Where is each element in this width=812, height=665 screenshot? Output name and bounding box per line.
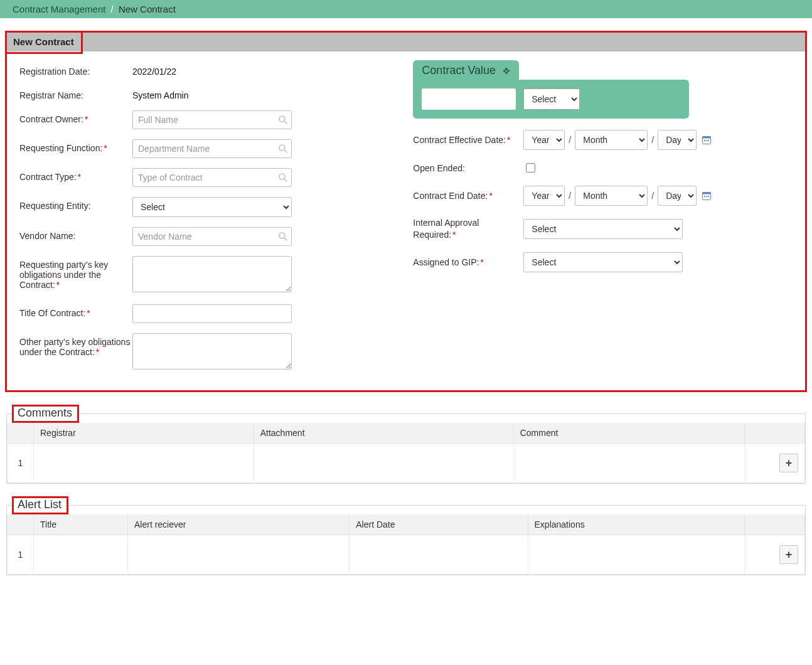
search-icon[interactable] [278,115,288,125]
alerts-col-title: Title [34,514,128,535]
alerts-col-receiver: Alert reciever [128,514,350,535]
effective-year-select[interactable]: Year [523,130,565,150]
add-comment-button[interactable]: + [779,454,798,472]
breadcrumb-bar: Contract Management / New Contract [0,0,812,18]
comments-col-registrar: Registrar [34,423,254,444]
table-row: 1 + [8,444,805,483]
requesting-entity-label: Requesting Entity: [19,197,132,211]
internal-approval-select[interactable]: Select [523,219,683,239]
row-index: 1 [8,535,34,575]
move-icon[interactable]: ✥ [503,66,510,76]
vendor-name-input[interactable] [132,227,292,246]
search-icon[interactable] [278,231,288,242]
end-month-select[interactable]: Month [575,186,648,206]
breadcrumb-root-link[interactable]: Contract Management [13,4,105,14]
alerts-col-date: Alert Date [350,514,528,535]
calendar-icon[interactable] [702,135,712,145]
registration-date-label: Registration Date: [19,63,132,77]
alert-list-section: Alert List Title Alert reciever Alert Da… [6,496,806,575]
row-index: 1 [8,444,34,483]
svg-rect-11 [706,140,707,141]
requesting-function-input[interactable] [132,139,292,158]
svg-line-5 [284,179,287,181]
svg-line-1 [284,121,287,124]
vendor-name-label: Vendor Name: [19,227,132,241]
contract-value-currency-select[interactable]: Select [523,88,580,110]
panel-title: New Contract [7,33,805,51]
table-row: 1 + [8,535,805,575]
end-year-select[interactable]: Year [523,186,565,206]
svg-rect-9 [703,137,711,139]
search-icon[interactable] [278,173,288,183]
search-icon[interactable] [278,144,288,154]
form-right-column: Contract Value ✥ Select Contract Effecti… [409,63,793,381]
title-of-contract-label: Title Of Contract:* [19,304,132,318]
svg-rect-14 [703,193,711,194]
comments-table: Registrar Attachment Comment 1 + [7,423,805,483]
registration-date-value: 2022/01/22 [132,63,390,77]
effective-month-select[interactable]: Month [575,130,648,150]
other-party-obligations-textarea[interactable] [132,333,292,370]
registrar-name-label: Registrar Name: [19,87,132,100]
req-party-obligations-label: Requesting party’s key obligations under… [19,256,132,290]
contract-type-label: Contract Type:* [19,168,132,182]
requesting-entity-select[interactable]: Select [132,197,292,217]
breadcrumb-current: New Contract [119,4,176,14]
contract-type-input[interactable] [132,168,292,187]
other-party-obligations-label: Other party’s key obligations under the … [19,333,132,357]
breadcrumb-sep: / [109,4,116,14]
alerts-col-explanations: Explanations [528,514,744,535]
contract-owner-label: Contract Owner:* [19,110,132,124]
assigned-gip-label: Assigned to GIP:* [413,257,520,267]
contract-value-input[interactable] [422,88,516,110]
title-of-contract-input[interactable] [132,304,292,323]
comments-section: Comments Registrar Attachment Comment 1 … [6,405,806,484]
comments-legend: Comments [12,405,79,423]
calendar-icon[interactable] [702,191,712,201]
add-alert-button[interactable]: + [779,545,798,564]
req-party-obligations-textarea[interactable] [132,256,292,292]
open-ended-label: Open Ended: [413,163,520,173]
contract-owner-input[interactable] [132,110,292,129]
comments-col-comment: Comment [513,423,744,444]
svg-line-7 [284,238,287,240]
registrar-name-value: System Admin [132,87,390,100]
end-date-label: Contract End Date:* [413,191,520,201]
svg-rect-10 [704,140,705,141]
contract-value-widget: Contract Value ✥ Select [413,60,793,119]
svg-rect-16 [706,196,707,197]
requesting-function-label: Requesting Function:* [19,139,132,153]
alert-list-table: Title Alert reciever Alert Date Explanat… [7,514,805,575]
svg-line-3 [284,150,287,152]
effective-date-label: Contract Effective Date:* [413,135,520,145]
svg-rect-12 [708,140,709,141]
internal-approval-label: Internal Approval Required:* [413,217,520,241]
assigned-gip-select[interactable]: Select [523,252,683,272]
form-left-column: Registration Date: 2022/01/22 Registrar … [19,63,390,381]
svg-rect-15 [704,196,705,197]
contract-value-title: Contract Value ✥ [413,60,519,81]
svg-rect-17 [708,196,709,197]
end-day-select[interactable]: Day [658,186,697,206]
open-ended-checkbox[interactable] [526,163,535,173]
alert-list-legend: Alert List [12,496,68,514]
comments-col-attachment: Attachment [254,423,513,444]
effective-day-select[interactable]: Day [658,130,697,150]
new-contract-panel: New Contract Registration Date: 2022/01/… [5,31,807,392]
